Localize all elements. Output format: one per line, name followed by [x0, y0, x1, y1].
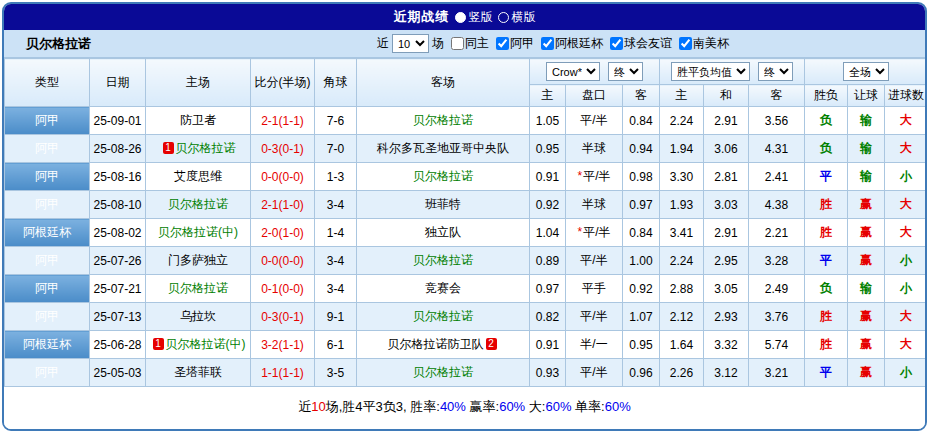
europe-home-cell: 3.41: [660, 219, 704, 247]
handicap-result-cell: 赢: [848, 219, 885, 247]
layout-option-vertical[interactable]: 竖版: [455, 9, 493, 26]
table-row: 阿甲25-07-26门多萨独立0-0(0-0)3-4贝尔格拉诺0.89平/半1.…: [5, 247, 928, 275]
europe-draw-cell: 2.95: [704, 247, 749, 275]
date-cell: 25-07-21: [90, 275, 146, 303]
filter-checkbox-argentina-cup[interactable]: 阿根廷杯: [541, 35, 603, 52]
europe-draw-cell: 3.06: [704, 135, 749, 163]
col-header-score: 比分(半场): [251, 59, 315, 107]
europe-draw-cell: 2.81: [704, 163, 749, 191]
handicap-cell: 平/半: [566, 107, 623, 135]
winloss-result-cell: 平: [805, 359, 848, 387]
europe-draw-cell: 3.12: [704, 359, 749, 387]
summary-segment: 单率:: [571, 399, 604, 414]
aja-checkbox[interactable]: [496, 37, 509, 50]
subheader-europe-draw: 和: [704, 85, 749, 107]
league-cell: 阿甲: [5, 135, 90, 163]
winloss-result-cell: 负: [805, 135, 848, 163]
home-team-cell: 乌拉坎: [146, 303, 251, 331]
handicap-cell: 半球: [566, 191, 623, 219]
score-cell: 2-1(1-0): [251, 191, 315, 219]
date-cell: 25-08-10: [90, 191, 146, 219]
filter-checkbox-aja[interactable]: 阿甲: [496, 35, 534, 52]
odds-home-cell: 0.82: [530, 303, 566, 331]
argentina-cup-checkbox[interactable]: [541, 37, 554, 50]
europe-home-cell: 1.64: [660, 331, 704, 359]
odds-source-select[interactable]: Crow*: [546, 62, 600, 81]
filter-checkbox-club-friendly[interactable]: 球会友谊: [610, 35, 672, 52]
home-team-cell: 门多萨独立: [146, 247, 251, 275]
home-team-cell: 贝尔格拉诺: [146, 191, 251, 219]
odds-home-cell: 1.05: [530, 107, 566, 135]
subheader-odds-away: 客: [623, 85, 660, 107]
result-scope-select[interactable]: 全场: [843, 62, 889, 81]
away-team-cell: 贝尔格拉诺: [357, 303, 530, 331]
league-cell: 阿根廷杯: [5, 331, 90, 359]
odds-home-cell: 0.92: [530, 191, 566, 219]
winloss-result-cell: 胜: [805, 303, 848, 331]
filter-checkbox-same-home[interactable]: 同主: [451, 35, 489, 52]
vertical-layout-label: 竖版: [469, 9, 493, 26]
date-cell: 25-06-28: [90, 331, 146, 359]
goals-result-cell: 大: [885, 219, 927, 247]
goals-result-cell: 小: [885, 247, 927, 275]
layout-option-horizontal[interactable]: 横版: [498, 9, 536, 26]
odds-time-select[interactable]: 终: [608, 62, 643, 81]
checkbox-label: 阿根廷杯: [555, 35, 603, 52]
handicap-result-cell: 输: [848, 275, 885, 303]
handicap-cell: 平/半: [566, 359, 623, 387]
handicap-cell: 平/半: [566, 303, 623, 331]
copa-sudamericana-checkbox[interactable]: [679, 37, 692, 50]
europe-home-cell: 2.26: [660, 359, 704, 387]
europe-home-cell: 2.24: [660, 107, 704, 135]
europe-away-cell: 3.21: [749, 359, 805, 387]
home-team-name: 贝尔格拉诺: [168, 281, 228, 295]
subheader-winloss: 胜负: [805, 85, 848, 107]
home-team-name: 防卫者: [180, 113, 216, 127]
goals-result-cell: 小: [885, 163, 927, 191]
vertical-layout-radio[interactable]: [455, 12, 466, 23]
home-team-name: 贝尔格拉诺(中): [158, 225, 238, 239]
table-row: 阿甲25-08-16艾度思维0-0(0-0)1-3贝尔格拉诺0.91*平/半0.…: [5, 163, 928, 191]
goals-result-cell: 大: [885, 107, 927, 135]
europe-time-select[interactable]: 终: [758, 62, 793, 81]
corner-cell: 1-4: [315, 219, 357, 247]
home-team-cell: 贝尔格拉诺: [146, 275, 251, 303]
europe-odds-select[interactable]: 胜平负均值: [671, 62, 750, 81]
corner-cell: 7-0: [315, 135, 357, 163]
away-team-name: 竞赛会: [425, 281, 461, 295]
away-team-name: 科尔多瓦圣地亚哥中央队: [377, 141, 509, 155]
subheader-odds-home: 主: [530, 85, 566, 107]
date-cell: 25-08-26: [90, 135, 146, 163]
corner-cell: 3-4: [315, 275, 357, 303]
horizontal-layout-radio[interactable]: [498, 12, 509, 23]
corner-cell: 9-1: [315, 303, 357, 331]
summary-segment: 60%: [499, 399, 525, 414]
recent-label-suffix: 场: [432, 35, 444, 52]
goals-result-cell: 小: [885, 359, 927, 387]
odds-away-cell: 0.94: [623, 135, 660, 163]
away-team-cell: 竞赛会: [357, 275, 530, 303]
europe-away-cell: 4.38: [749, 191, 805, 219]
europe-odds-header-group: 胜平负均值 终: [660, 59, 805, 85]
score-cell: 0-1(0-0): [251, 275, 315, 303]
date-cell: 25-08-02: [90, 219, 146, 247]
away-team-cell: 贝尔格拉诺防卫队2: [357, 331, 530, 359]
home-team-cell: 防卫者: [146, 107, 251, 135]
results-body: 阿甲25-09-01防卫者2-1(1-1)7-6贝尔格拉诺1.05平/半0.84…: [5, 107, 928, 387]
table-row: 阿甲25-08-10贝尔格拉诺2-1(1-0)3-4班菲特0.92半球0.971…: [5, 191, 928, 219]
club-friendly-checkbox[interactable]: [610, 37, 623, 50]
recent-results-window: 近期战绩 竖版 横版 贝尔格拉诺 近 10 场 同主 阿甲: [2, 2, 927, 431]
filter-checkbox-copa-sudamericana[interactable]: 南美杯: [679, 35, 729, 52]
filter-bar: 贝尔格拉诺 近 10 场 同主 阿甲 阿根廷杯 球会友谊: [4, 30, 925, 58]
corner-cell: 1-3: [315, 163, 357, 191]
handicap-cell: 半球: [566, 135, 623, 163]
away-team-cell: 贝尔格拉诺: [357, 107, 530, 135]
subheader-goals: 进球数: [885, 85, 927, 107]
same-home-checkbox[interactable]: [451, 37, 464, 50]
europe-home-cell: 2.12: [660, 303, 704, 331]
odds-home-cell: 1.04: [530, 219, 566, 247]
recent-count-select[interactable]: 10: [392, 34, 429, 53]
home-team-cell: 艾度思维: [146, 163, 251, 191]
summary-segment: 近: [298, 399, 311, 414]
table-row: 阿甲25-05-03圣塔菲联1-1(1-1)3-5贝尔格拉诺0.93平/半0.9…: [5, 359, 928, 387]
